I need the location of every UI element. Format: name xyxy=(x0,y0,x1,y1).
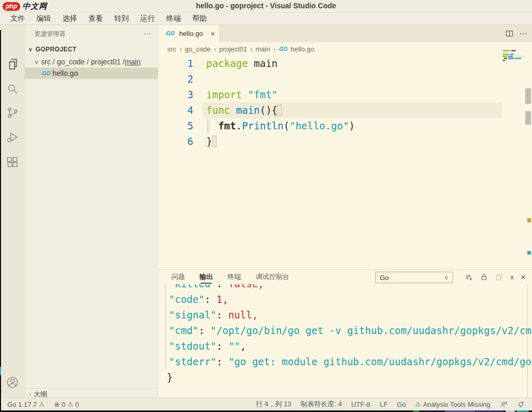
menu-item-5[interactable]: 运行 xyxy=(135,14,160,24)
output-channel-select[interactable]: Go ∨ xyxy=(375,272,453,283)
output-console[interactable]: "killed": false,"code": 1,"signal": null… xyxy=(158,284,532,397)
menu-item-6[interactable]: 终端 xyxy=(161,14,186,24)
status-bar: Go 1.17.7⚠ ⊗0 ⚠0 行 4，列 13 制表符长度: 4 UTF-8… xyxy=(0,397,532,410)
explorer-title: 资源管理器 xyxy=(34,30,143,38)
warning-icon: ⚠ xyxy=(39,401,45,408)
code-text: } xyxy=(206,134,217,149)
activity-run-debug-button[interactable] xyxy=(0,127,25,148)
status-cursor-position[interactable]: 行 4，列 13 xyxy=(256,400,291,409)
code-line-5[interactable]: 5 fmt.Println("hello.go") xyxy=(158,118,532,134)
code-line-3[interactable]: 3import "fmt" xyxy=(158,87,532,102)
lock-icon[interactable] xyxy=(480,273,488,282)
code-token: false, xyxy=(228,284,264,289)
clear-output-icon[interactable] xyxy=(464,273,473,282)
panel-tab-2[interactable]: 终端 xyxy=(228,270,241,284)
maximize-panel-icon[interactable]: ∧ xyxy=(510,274,514,281)
status-problems[interactable]: ⊗0 ⚠0 xyxy=(54,401,79,408)
tree-section-goproject[interactable]: ∨ GOPROJECT xyxy=(25,44,158,55)
editor-tab-bar: -GO hello.go × ⋯ xyxy=(158,25,532,42)
files-icon xyxy=(6,57,20,71)
editor-scrollbar-thumb[interactable] xyxy=(525,111,531,125)
feedback-button[interactable] xyxy=(500,401,508,408)
search-icon xyxy=(6,82,19,96)
status-eol[interactable]: LF xyxy=(380,401,388,408)
activity-extensions-button[interactable] xyxy=(0,152,25,173)
breadcrumb: src›go_code›project01›main›-GOhello.go xyxy=(158,42,532,56)
warning-icon: ⚠ xyxy=(68,401,73,408)
explorer-more-actions-icon[interactable]: ⋯ xyxy=(143,29,152,38)
menu-item-2[interactable]: 选择 xyxy=(57,14,82,24)
chevron-right-icon: › xyxy=(29,391,31,397)
code-token xyxy=(230,104,236,116)
breadcrumb-item-1[interactable]: go_code xyxy=(185,45,211,53)
folder-path-current: main xyxy=(125,58,140,66)
section-label: GOPROJECT xyxy=(35,46,76,53)
code-line-6[interactable]: 6} xyxy=(158,134,532,149)
editor-scrollbar-thumb[interactable] xyxy=(525,88,531,104)
activity-search-button[interactable] xyxy=(0,78,25,99)
source-control-icon xyxy=(6,106,19,119)
code-token: : xyxy=(198,325,210,336)
go-file-icon: -GO xyxy=(165,31,175,36)
panel-tab-1[interactable]: 输出 xyxy=(200,270,213,284)
activity-bar: 1 xyxy=(0,25,25,397)
activity-source-control-button[interactable] xyxy=(0,102,25,123)
run-debug-icon xyxy=(6,130,19,144)
code-token: import xyxy=(206,89,242,100)
feedback-icon xyxy=(500,401,508,408)
status-encoding[interactable]: UTF-8 xyxy=(351,401,370,408)
status-analysis-warning[interactable]: ⚠ Analysis Tools Missing xyxy=(415,401,490,408)
editor-actions: ⋯ xyxy=(505,25,528,42)
tab-hello-go[interactable]: -GO hello.go × xyxy=(158,25,220,42)
close-tab-icon[interactable]: × xyxy=(210,29,215,38)
code-token: } xyxy=(206,136,212,147)
menu-item-4[interactable]: 转到 xyxy=(109,14,134,24)
notifications-button[interactable] xyxy=(517,401,525,408)
breadcrumb-item-0[interactable]: src xyxy=(167,45,176,53)
tree-folder-main[interactable]: ∨ src / go_code / project01 / main xyxy=(25,56,158,68)
code-token: "killed" xyxy=(169,284,217,289)
code-text: import "fmt" xyxy=(206,87,277,102)
menu-item-3[interactable]: 查看 xyxy=(83,14,108,24)
bell-icon xyxy=(517,401,525,408)
menu-item-7[interactable]: 帮助 xyxy=(187,14,212,24)
bracket-match-box xyxy=(212,136,217,147)
output-line-2: "signal": null, xyxy=(158,307,532,323)
tree-file-hello-go[interactable]: -GO hello.go xyxy=(25,68,158,79)
output-line-6: } xyxy=(158,369,532,385)
close-panel-icon[interactable]: × xyxy=(521,272,526,283)
code-text: fmt.Println("hello.go") xyxy=(206,118,355,134)
line-number: 6 xyxy=(158,134,193,149)
status-language-mode[interactable]: Go xyxy=(397,401,406,408)
panel-tab-0[interactable]: 问题 xyxy=(171,270,185,284)
overview-ruler-mark xyxy=(527,251,531,255)
panel-scrollbar[interactable] xyxy=(527,284,528,397)
code-editor[interactable]: 1package main23import "fmt"4func main(){… xyxy=(158,56,532,269)
menu-item-0[interactable]: 文件 xyxy=(5,14,30,24)
code-token: , xyxy=(240,340,246,352)
code-token: : xyxy=(217,356,229,367)
breadcrumb-item-3[interactable]: main xyxy=(256,45,270,53)
code-line-4[interactable]: 4func main(){ xyxy=(158,102,532,118)
breadcrumb-item-4[interactable]: hello.go xyxy=(290,45,314,53)
minimap[interactable] xyxy=(503,50,524,74)
breadcrumb-separator: › xyxy=(214,45,216,53)
panel-tab-3[interactable]: 调试控制台 xyxy=(256,270,289,284)
line-number: 3 xyxy=(158,87,193,102)
split-editor-icon[interactable] xyxy=(505,29,514,38)
panel-tabs: 问题输出终端调试控制台 xyxy=(171,270,289,284)
menu-item-1[interactable]: 编辑 xyxy=(31,14,56,24)
explorer-sidebar: 资源管理器 ⋯ ∨ GOPROJECT ∨ src / go_code / pr… xyxy=(25,25,158,397)
code-line-1[interactable]: 1package main xyxy=(158,56,532,71)
activity-account-button[interactable] xyxy=(0,372,25,393)
menu-bar: 文件编辑选择查看转到运行终端帮助 xyxy=(0,13,532,25)
code-token: "stderr" xyxy=(169,356,217,367)
activity-explorer-button[interactable] xyxy=(0,54,25,74)
code-token: Println xyxy=(242,120,284,131)
more-actions-icon[interactable]: ⋯ xyxy=(519,29,528,38)
code-line-2[interactable]: 2 xyxy=(158,71,532,87)
status-go-version[interactable]: Go 1.17.7⚠ xyxy=(7,401,45,408)
code-token: ( xyxy=(284,120,289,131)
status-tab-size[interactable]: 制表符长度: 4 xyxy=(301,400,342,409)
breadcrumb-item-2[interactable]: project01 xyxy=(219,45,247,53)
